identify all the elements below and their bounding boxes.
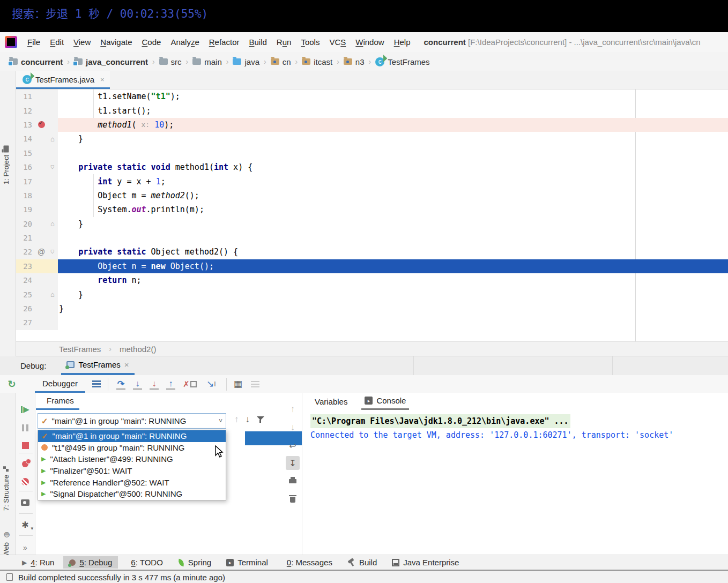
menu-tools[interactable]: Tools [296, 35, 324, 49]
menu-edit[interactable]: Edit [45, 35, 69, 49]
thread-item[interactable]: ▶"Reference Handler"@502: WAIT [38, 476, 226, 488]
menu-run[interactable]: Run [272, 35, 296, 49]
gutter-icon-cell[interactable]: @ [35, 248, 47, 256]
line-number[interactable]: 20 [16, 220, 35, 228]
line-number[interactable]: 18 [16, 191, 35, 200]
code-line-26[interactable]: 26} [16, 302, 728, 316]
tool-tab-structure[interactable]: 7: Structure [2, 466, 10, 511]
tab-console[interactable]: ▸ Console [361, 393, 409, 410]
restore-layout-icon[interactable] [248, 377, 262, 391]
rerun-icon[interactable]: ↻ [5, 377, 19, 391]
editor-tab-testframes[interactable]: c TestFrames.java × [16, 71, 110, 89]
menu-file[interactable]: File [23, 35, 45, 49]
clear-console-icon[interactable] [286, 492, 300, 506]
tab-debugger[interactable]: Debugger [35, 375, 85, 393]
line-number[interactable]: 19 [16, 205, 35, 214]
code-line-17[interactable]: 17 int y = x + 1; [16, 174, 728, 188]
thread-dump-camera-icon[interactable] [18, 496, 32, 510]
menu-build[interactable]: Build [244, 35, 271, 49]
stop-icon[interactable] [18, 438, 32, 452]
drop-frame-icon[interactable]: ✗ [183, 377, 197, 391]
settings-gear-icon[interactable]: ✱ [18, 518, 32, 532]
event-log-icon[interactable] [6, 573, 13, 581]
frames-tab[interactable]: Frames [36, 396, 79, 410]
code-line-11[interactable]: 11 t1.setName("t1"); [16, 89, 728, 103]
resume-icon[interactable]: ▶ [18, 402, 32, 416]
line-number[interactable]: 17 [16, 177, 35, 186]
breadcrumb-main[interactable]: main [191, 56, 224, 68]
more-chevrons-icon[interactable]: » [18, 541, 32, 555]
code-line-27[interactable]: 27 [16, 316, 728, 330]
tool-tab-spring[interactable]: Spring [172, 556, 217, 569]
up-stack-icon[interactable]: ↑ [286, 402, 300, 416]
thread-item[interactable]: ▶"Attach Listener"@499: RUNNING [38, 453, 226, 465]
line-number[interactable]: 25 [16, 290, 35, 299]
menu-window[interactable]: Window [351, 35, 389, 49]
line-number[interactable]: 23 [16, 262, 35, 271]
thread-item[interactable]: ✓"main"@1 in group "main": RUNNING [38, 430, 226, 442]
tool-tab-0-messages[interactable]: 0: Messages [277, 556, 338, 569]
fold-marker-icon[interactable] [47, 163, 58, 171]
tool-tab-build[interactable]: Build [341, 556, 383, 569]
line-number[interactable]: 15 [16, 149, 35, 158]
breadcrumb-cn[interactable]: cn [269, 56, 293, 68]
code-line-19[interactable]: 19 System.out.println(m); [16, 203, 728, 216]
gutter-icon-cell[interactable] [35, 121, 47, 128]
fold-marker-icon[interactable] [47, 290, 58, 298]
line-number[interactable]: 11 [16, 92, 35, 101]
code-line-13[interactable]: 13 method1( x: 10); [16, 118, 728, 132]
line-number[interactable]: 21 [16, 234, 35, 242]
editor-breadcrumb-item[interactable]: method2() [120, 345, 156, 354]
breadcrumb-testframes[interactable]: cTestFrames [374, 56, 431, 68]
line-number[interactable]: 16 [16, 163, 35, 171]
tool-tab-5-debug[interactable]: 5: Debug [63, 556, 118, 569]
code-line-24[interactable]: 24 return n; [16, 273, 728, 287]
menu-analyze[interactable]: Analyze [166, 35, 204, 49]
code-line-20[interactable]: 20 } [16, 217, 728, 231]
close-session-icon[interactable]: × [124, 360, 129, 369]
breadcrumb-n3[interactable]: n3 [342, 56, 366, 68]
step-over-icon[interactable]: ↷ [116, 379, 125, 390]
thread-item[interactable]: ▶"Signal Dispatcher"@500: RUNNING [38, 488, 226, 500]
frame-up-icon[interactable]: ↑ [234, 414, 239, 425]
tab-variables[interactable]: Variables [315, 397, 347, 406]
step-out-icon[interactable]: ↑ [166, 379, 175, 390]
code-line-15[interactable]: 15 [16, 146, 728, 160]
step-into-icon[interactable]: ↓ [133, 379, 142, 390]
evaluate-expression-icon[interactable]: ▦ [231, 377, 245, 391]
scroll-to-end-icon[interactable]: ↧ [286, 456, 300, 470]
tool-tab-web[interactable]: Web◍ [2, 531, 10, 557]
fold-marker-icon[interactable] [47, 220, 58, 228]
menu-view[interactable]: View [69, 35, 95, 49]
thread-selector[interactable]: ✓ "main"@1 in group "main": RUNNING ˅ [38, 413, 226, 429]
breadcrumb-java[interactable]: java [231, 56, 261, 68]
editor-breadcrumb-item[interactable]: TestFrames [59, 345, 101, 354]
close-tab-icon[interactable]: × [100, 76, 105, 84]
line-number[interactable]: 24 [16, 276, 35, 285]
menu-code[interactable]: Code [137, 35, 166, 49]
print-icon[interactable] [286, 474, 300, 488]
menu-navigate[interactable]: Navigate [95, 35, 137, 49]
code-line-18[interactable]: 18 Object m = method2(); [16, 189, 728, 203]
force-step-into-icon[interactable]: ↓ [150, 379, 159, 390]
filter-icon[interactable] [256, 415, 265, 424]
line-number[interactable]: 26 [16, 304, 35, 313]
tool-tab-project[interactable]: 1: Project [2, 146, 10, 184]
line-number[interactable]: 27 [16, 318, 35, 327]
code-line-14[interactable]: 14 } [16, 132, 728, 146]
line-number[interactable]: 12 [16, 107, 35, 115]
breakpoint-icon[interactable] [38, 121, 45, 128]
line-number[interactable]: 13 [16, 121, 35, 129]
code-line-21[interactable]: 21 [16, 231, 728, 245]
thread-item[interactable]: "t1"@495 in group "main": RUNNING [38, 442, 226, 454]
menu-vcs[interactable]: VCS [324, 35, 351, 49]
breadcrumb-java_concurrent[interactable]: java_concurrent [72, 56, 150, 68]
menu-help[interactable]: Help [389, 35, 415, 49]
code-line-25[interactable]: 25 } [16, 287, 728, 301]
tool-tab-java-enterprise[interactable]: Java Enterprise [386, 556, 465, 569]
breadcrumb-concurrent[interactable]: concurrent [8, 56, 64, 68]
frame-down-icon[interactable]: ↓ [246, 414, 250, 425]
code-line-12[interactable]: 12 t1.start(); [16, 103, 728, 117]
console-output[interactable]: "C:\Program Files\Java\jdk1.8.0_212\bin\… [303, 410, 728, 442]
tool-tab-6-todo[interactable]: 6: TODO [121, 556, 168, 569]
